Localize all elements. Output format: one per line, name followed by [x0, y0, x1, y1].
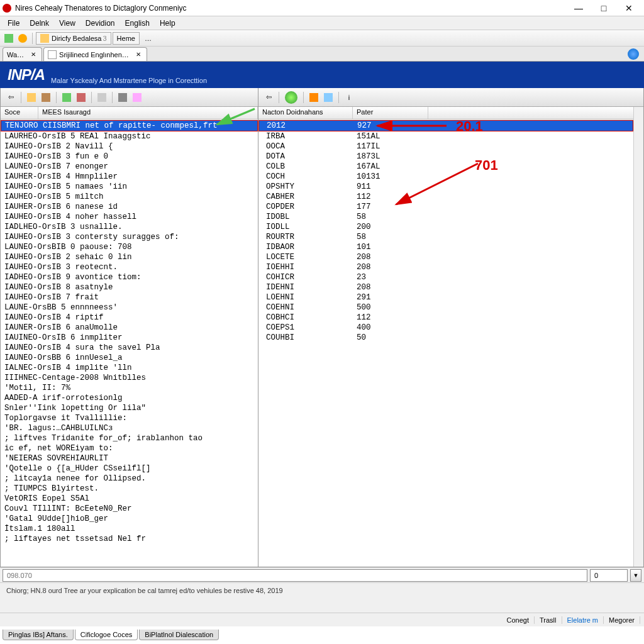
table-row[interactable]: OOCA117IL [258, 142, 633, 152]
status-connect[interactable]: Conegt [502, 616, 535, 624]
minimize-button[interactable]: — [566, 1, 591, 16]
list-item[interactable]: IAUHEO-OrsIB 5 miltch [1, 192, 258, 202]
list-item[interactable]: VetORIS Eopel S5Al [1, 494, 258, 504]
tab-1-close-icon[interactable]: ✕ [29, 50, 38, 59]
table-row[interactable]: IODLL200 [258, 222, 633, 232]
scrollbar[interactable] [633, 107, 643, 567]
list-item[interactable]: IAUINEO-OrsIB 6 inmpliter [1, 333, 258, 343]
btab-2[interactable]: Cificlogoe Coces [75, 630, 138, 640]
close-button[interactable]: ✕ [616, 1, 641, 16]
table-row[interactable]: COPDER177 [258, 202, 633, 212]
play-icon[interactable] [283, 89, 299, 106]
table-row[interactable]: LOEHNI291 [258, 292, 633, 303]
dropdown-icon[interactable]: ▼ [630, 569, 641, 582]
table-row[interactable]: COEPS1400 [258, 323, 633, 333]
list-item[interactable]: IAUHEO-OrsIB 3 fun e 0 [1, 152, 258, 162]
left-col-2[interactable]: MEES Isauragd [38, 107, 258, 119]
left-list[interactable]: TENJORO CIISBMRI net of rapitte- conmpes… [1, 119, 258, 567]
status-trasll[interactable]: Trasll [535, 616, 562, 624]
tool-refresh-icon[interactable] [16, 32, 29, 45]
list-item[interactable]: LAURHEO-OrsIB 5 REAl Inaaggstic [1, 131, 258, 142]
list-item[interactable]: 'Gatal 9Udde[]hioB_ger [1, 514, 258, 524]
list-item[interactable]: LAUNE-OrsBB 5 ennnneess' [1, 303, 258, 313]
list-item[interactable]: IAUHEO-OrsIB 3 contersty suragges of: [1, 232, 258, 242]
list-item[interactable]: 'Motil, II: 7% [1, 383, 258, 393]
maximize-button[interactable]: □ [591, 1, 616, 16]
table-row[interactable]: IRBA151AL [258, 131, 633, 142]
list-item[interactable]: IAUNEO-OrsIB 8 asatnyle [1, 282, 258, 292]
save-icon[interactable] [40, 91, 52, 104]
list-item[interactable]: IAUHEO-OrsIB 4 noher hassell [1, 212, 258, 222]
list-item[interactable]: IAUHEO-OrsIB 2 sehaic 0 lin [1, 252, 258, 262]
list-item[interactable]: IAUNER-OrsIB 6 anaUmolle [1, 323, 258, 333]
menu-devidion[interactable]: Devidion [80, 18, 120, 29]
tool-new-icon[interactable] [3, 32, 15, 45]
grid2-icon[interactable] [75, 91, 87, 104]
table-row[interactable]: LOCETE208 [258, 252, 633, 262]
home-button[interactable]: Heme [113, 32, 140, 45]
table-row[interactable]: IDEHNI208 [258, 282, 633, 292]
table-row[interactable]: OPSHTY911 [258, 182, 633, 192]
table-row[interactable]: COUHBI50 [258, 333, 633, 343]
right-col-1[interactable]: Nacton Doidnahans [258, 107, 353, 119]
grid1-icon[interactable] [60, 91, 73, 104]
table-row[interactable]: CABHER112 [258, 192, 633, 202]
list-item[interactable]: IAUHER-OrsIB 6 nanese id [1, 202, 258, 212]
list-item[interactable]: Toplorgavse it Tvallillie: [1, 413, 258, 423]
menu-delnk[interactable]: Delnk [25, 18, 54, 29]
list-item[interactable]: IAUHEO-OrsIB 2 Navill { [1, 142, 258, 152]
list-item[interactable]: ; liftayes net tssetsad Nel fr [1, 534, 258, 544]
table-row[interactable]: IDBAOR101 [258, 242, 633, 252]
list-item[interactable]: IAUHEO-OrsIB 5 namaes 'iin [1, 182, 258, 192]
list-item[interactable]: 'NEIERAS SOVREHIAURLIT [1, 453, 258, 464]
list-item[interactable]: İtslam.1 180all [1, 524, 258, 534]
left-col-1[interactable]: Soce [1, 107, 38, 119]
status-megorer[interactable]: Megorer [604, 616, 640, 624]
list-item[interactable]: 'Qotelle o {[a_HUder CSseilfl[] [1, 464, 258, 474]
card-icon[interactable] [96, 91, 108, 104]
list-item[interactable]: IALNEC-OrsIB 4 implite 'lln [1, 363, 258, 373]
list-item[interactable]: IAUHER-OrsIB 4 Hmnpliler [1, 172, 258, 182]
right-list[interactable]: 2012927IRBA151ALOOCA117ILDOTA1873LCOLB16… [258, 119, 633, 567]
tab-2-close-icon[interactable]: ✕ [134, 50, 143, 59]
list-item[interactable]: ; TIUMPCS Blyirtest. [1, 484, 258, 494]
list-item[interactable]: LAUNEO-OrsIB 7 enonger [1, 162, 258, 172]
table-row[interactable]: IOEHHI208 [258, 262, 633, 272]
menu-file[interactable]: File [3, 18, 25, 29]
list-item[interactable]: ; liftves Tridanite for_of; irablanhon t… [1, 433, 258, 443]
list-item[interactable]: IAUNEO-OrsBB 6 innUesel_a [1, 353, 258, 363]
btab-3[interactable]: BiPlatlnol Dialescation [139, 630, 219, 640]
list-item[interactable]: LAUNEO-OrsBIB 0 paouse: 708 [1, 242, 258, 252]
book-icon[interactable] [116, 91, 129, 104]
table-row[interactable]: ROURTR58 [258, 232, 633, 242]
list-item[interactable]: IADHEO-OrsIB 9 avontice tiom: [1, 272, 258, 282]
info-icon[interactable]: i [343, 91, 355, 104]
back-icon[interactable]: ⇦ [4, 91, 17, 104]
table-row[interactable]: COHICR23 [258, 272, 633, 282]
list-item[interactable]: ic ef, net WOREiyam to: [1, 443, 258, 453]
list-item[interactable]: TENJORO CIISBMRI net of rapitte- conmpes… [1, 120, 258, 131]
list-item[interactable]: 'BR. lagus:…CAHBLUILNCз [1, 423, 258, 433]
list-item[interactable]: IAUHEO-OrsIB 7 frait [1, 292, 258, 303]
menu-view[interactable]: View [54, 18, 80, 29]
table-row[interactable]: DOTA1873L [258, 152, 633, 162]
directory-button[interactable]: Diricfy Bedalesa 3 [36, 32, 111, 45]
list-item[interactable]: IAUNEO-OrsIB 4 riptif [1, 313, 258, 323]
list-item[interactable]: Snler''Iink lopetting Or lila" [1, 403, 258, 413]
list-item[interactable]: AADED-A irif-orrotesionlg [1, 393, 258, 403]
list-item[interactable]: IADLHEO-OrsIB 3 usnallle. [1, 222, 258, 232]
list-item[interactable]: IIIHNEC-Centage-2008 Wnitblles [1, 373, 258, 383]
table-row[interactable]: COCH10131 [258, 172, 633, 182]
value-input[interactable] [590, 569, 628, 582]
open-icon[interactable] [25, 91, 38, 104]
status-elelatre[interactable]: Elelatre m [562, 616, 604, 624]
table-row[interactable]: COBHCI112 [258, 313, 633, 323]
table-row[interactable]: 2012927 [258, 120, 633, 131]
list-item[interactable]: Couvl TIllINT: BcEeteN0_Rer [1, 504, 258, 514]
menu-help[interactable]: Help [155, 18, 180, 29]
folder-icon[interactable] [322, 91, 335, 104]
menu-english[interactable]: English [120, 18, 155, 29]
table-row[interactable]: IDOBL58 [258, 212, 633, 222]
table-row[interactable]: COEHNI500 [258, 303, 633, 313]
list-item[interactable]: IAUNEO-OrsIB 4 sura the savel Pla [1, 343, 258, 353]
